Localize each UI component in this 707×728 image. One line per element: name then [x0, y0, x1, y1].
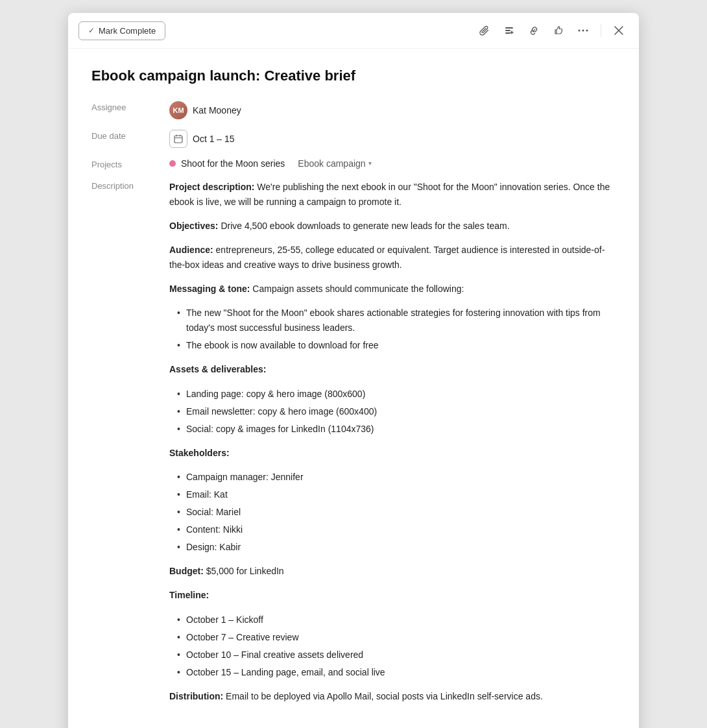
subtask-icon[interactable]: [499, 21, 519, 40]
list-item: Social: copy & images for LinkedIn (1104…: [177, 422, 616, 437]
svg-rect-2: [505, 32, 510, 34]
like-icon[interactable]: [549, 21, 568, 40]
svg-rect-0: [505, 27, 513, 29]
due-date-text: Oct 1 – 15: [193, 134, 235, 144]
distribution-paragraph: Distribution: Email to be deployed via A…: [169, 689, 616, 704]
messaging-label: Messaging & tone:: [169, 284, 250, 294]
close-icon[interactable]: [609, 21, 629, 40]
attachment-icon[interactable]: [475, 21, 494, 40]
budget-label: Budget:: [169, 566, 204, 576]
avatar-image: KM: [169, 101, 187, 119]
project-secondary[interactable]: Ebook campaign ▾: [298, 158, 371, 169]
budget-text: $5,000 for LinkedIn: [206, 566, 284, 576]
mark-complete-label: Mark Complete: [99, 26, 156, 36]
description-content: Project description: We're publishing th…: [169, 180, 616, 713]
toolbar-actions: [475, 21, 629, 40]
assets-heading: Assets & deliverables:: [169, 362, 616, 377]
audience-label: Audience:: [169, 245, 213, 255]
task-content: Ebook campaign launch: Creative brief As…: [68, 49, 639, 728]
assignee-row: Assignee KM Kat Mooney: [91, 101, 616, 119]
project-description-paragraph: Project description: We're publishing th…: [169, 180, 616, 210]
svg-point-3: [579, 30, 581, 32]
list-item: Landing page: copy & hero image (800x600…: [177, 387, 616, 402]
svg-point-5: [586, 30, 588, 32]
due-date-value[interactable]: Oct 1 – 15: [169, 130, 235, 148]
chevron-down-icon: ▾: [368, 160, 372, 167]
assets-bullets-list: Landing page: copy & hero image (800x600…: [169, 387, 616, 437]
due-date-row: Due date Oct 1 – 15: [91, 130, 616, 148]
list-item: The ebook is now available to download f…: [177, 338, 616, 353]
timeline-bullets-list: October 1 – Kickoff October 7 – Creative…: [169, 613, 616, 680]
assignee-value[interactable]: KM Kat Mooney: [169, 101, 241, 119]
audience-text: entrepreneurs, 25-55, college educated o…: [169, 245, 605, 270]
list-item: The new "Shoot for the Moon" ebook share…: [177, 306, 616, 335]
list-item: Content: Nikki: [177, 522, 616, 537]
timeline-label: Timeline:: [169, 590, 209, 600]
checkmark-icon: ✓: [88, 26, 95, 35]
list-item: Social: Mariel: [177, 505, 616, 520]
more-icon[interactable]: [573, 21, 593, 40]
project-secondary-label: Ebook campaign: [298, 158, 365, 169]
list-item: Email newsletter: copy & hero image (600…: [177, 404, 616, 419]
list-item: Email: Kat: [177, 487, 616, 502]
list-item: October 7 – Creative review: [177, 630, 616, 645]
list-item: October 15 – Landing page, email, and so…: [177, 665, 616, 680]
list-item: Campaign manager: Jennifer: [177, 470, 616, 485]
list-item: Design: Kabir: [177, 540, 616, 555]
toolbar-divider: [601, 24, 601, 37]
objectives-paragraph: Objectives: Drive 4,500 ebook downloads …: [169, 219, 616, 234]
mark-complete-button[interactable]: ✓ Mark Complete: [78, 21, 165, 40]
description-label: Description: [91, 180, 169, 191]
distribution-text: Email to be deployed via Apollo Mail, so…: [226, 691, 543, 701]
list-item: October 1 – Kickoff: [177, 613, 616, 627]
timeline-heading: Timeline:: [169, 588, 616, 603]
toolbar: ✓ Mark Complete: [68, 13, 639, 49]
messaging-paragraph: Messaging & tone: Campaign assets should…: [169, 282, 616, 297]
assignee-name: Kat Mooney: [193, 105, 241, 115]
assets-label: Assets & deliverables:: [169, 364, 266, 374]
project-dot: [169, 160, 176, 167]
messaging-bullets-list: The new "Shoot for the Moon" ebook share…: [169, 306, 616, 353]
distribution-label: Distribution:: [169, 691, 223, 701]
svg-rect-6: [174, 136, 182, 143]
project-description-label: Project description:: [169, 182, 254, 192]
projects-value: Shoot for the Moon series Ebook campaign…: [169, 158, 372, 169]
projects-label: Projects: [91, 158, 169, 169]
objectives-text: Drive 4,500 ebook downloads to generate …: [221, 221, 509, 231]
svg-rect-1: [505, 30, 510, 31]
avatar: KM: [169, 101, 187, 119]
projects-row: Projects Shoot for the Moon series Ebook…: [91, 158, 616, 169]
project-primary[interactable]: Shoot for the Moon series: [181, 158, 285, 169]
task-title: Ebook campaign launch: Creative brief: [91, 67, 616, 86]
list-item: October 10 – Final creative assets deliv…: [177, 648, 616, 662]
stakeholders-label: Stakeholders:: [169, 448, 230, 458]
messaging-text: Campaign assets should communicate the f…: [252, 284, 464, 294]
stakeholders-heading: Stakeholders:: [169, 446, 616, 461]
calendar-icon: [169, 130, 187, 148]
assignee-label: Assignee: [91, 101, 169, 112]
stakeholders-bullets-list: Campaign manager: Jennifer Email: Kat So…: [169, 470, 616, 555]
audience-paragraph: Audience: entrepreneurs, 25-55, college …: [169, 243, 616, 273]
objectives-label: Objectives:: [169, 221, 218, 231]
link-icon[interactable]: [524, 21, 544, 40]
description-row: Description Project description: We're p…: [91, 180, 616, 713]
due-date-label: Due date: [91, 130, 169, 141]
svg-point-4: [582, 30, 584, 32]
budget-paragraph: Budget: $5,000 for LinkedIn: [169, 564, 616, 579]
task-modal: ✓ Mark Complete: [68, 13, 639, 728]
